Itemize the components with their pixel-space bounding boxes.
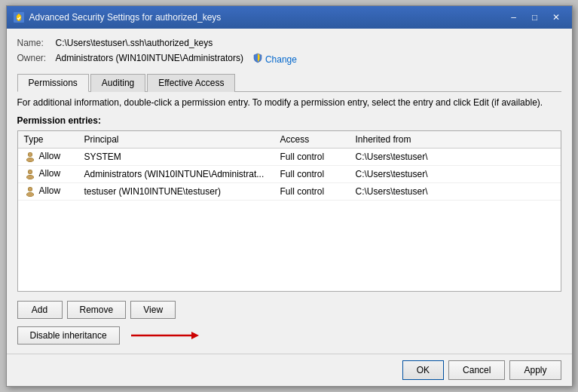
svg-marker-14 <box>191 332 199 339</box>
owner-label: Owner: <box>17 53 51 66</box>
cell-type: Allow <box>18 165 78 182</box>
col-header-access: Access <box>274 131 350 149</box>
tab-bar: Permissions Auditing Effective Access <box>17 73 561 92</box>
cell-access: Full control <box>274 165 350 182</box>
disable-inheritance-button[interactable]: Disable inheritance <box>17 326 120 345</box>
owner-row: Owner: Administrators (WIN10INTUNE\Admin… <box>17 53 561 66</box>
svg-point-7 <box>28 170 32 173</box>
col-header-principal: Principal <box>78 131 274 149</box>
dialog-footer: OK Cancel Apply <box>7 354 572 386</box>
maximize-button[interactable]: □ <box>525 10 545 25</box>
cell-inherited: C:\Users\testuser\ <box>350 165 561 182</box>
apply-button[interactable]: Apply <box>509 360 561 380</box>
table-row[interactable]: AllowSYSTEMFull controlC:\Users\testuser… <box>18 148 561 165</box>
tab-effective-access[interactable]: Effective Access <box>147 74 235 92</box>
cell-principal: SYSTEM <box>78 148 274 165</box>
svg-point-11 <box>28 187 32 191</box>
tab-permissions[interactable]: Permissions <box>17 74 89 92</box>
svg-point-12 <box>26 192 33 196</box>
name-row: Name: C:\Users\testuser\.ssh\authorized_… <box>17 38 561 48</box>
table-row[interactable]: AllowAdministrators (WIN10INTUNE\Adminis… <box>18 165 561 182</box>
cell-principal: Administrators (WIN10INTUNE\Administrat.… <box>78 165 274 182</box>
cell-type: Allow <box>18 148 78 165</box>
svg-point-4 <box>26 158 33 161</box>
name-label: Name: <box>17 38 51 48</box>
ok-button[interactable]: OK <box>402 360 444 380</box>
permissions-table-container: Type Principal Access Inherited from All… <box>17 130 561 292</box>
window-icon <box>13 11 25 23</box>
owner-value: Administrators (WIN10INTUNE\Administrato… <box>56 53 243 66</box>
table-header-row: Type Principal Access Inherited from <box>18 131 561 149</box>
cell-principal: testuser (WIN10INTUNE\testuser) <box>78 182 274 200</box>
arrow-indicator <box>127 328 203 343</box>
cell-access: Full control <box>274 148 350 165</box>
cell-type: Allow <box>18 182 78 200</box>
col-header-type: Type <box>18 131 78 149</box>
name-value: C:\Users\testuser\.ssh\authorized_keys <box>56 38 213 48</box>
shield-icon <box>252 53 263 66</box>
action-buttons: Add Remove View <box>17 301 561 319</box>
content-area: Name: C:\Users\testuser\.ssh\authorized_… <box>7 29 572 354</box>
change-owner-link[interactable]: Change <box>265 54 297 65</box>
svg-point-8 <box>26 175 33 179</box>
cell-inherited: C:\Users\testuser\ <box>350 148 561 165</box>
permissions-table: Type Principal Access Inherited from All… <box>18 131 561 201</box>
inheritance-row: Disable inheritance <box>17 326 561 345</box>
title-bar: Advanced Security Settings for authorize… <box>7 6 572 29</box>
window-controls: – □ ✕ <box>504 10 566 25</box>
description-text: For additional information, double-click… <box>17 96 561 109</box>
close-button[interactable]: ✕ <box>546 10 566 25</box>
cell-access: Full control <box>274 182 350 200</box>
add-button[interactable]: Add <box>17 301 63 319</box>
window-title: Advanced Security Settings for authorize… <box>29 12 504 23</box>
minimize-button[interactable]: – <box>504 10 524 25</box>
table-row[interactable]: Allowtestuser (WIN10INTUNE\testuser)Full… <box>18 182 561 200</box>
view-button[interactable]: View <box>130 301 176 319</box>
svg-point-3 <box>28 152 32 156</box>
main-window: Advanced Security Settings for authorize… <box>6 5 573 387</box>
permission-entries-label: Permission entries: <box>17 115 561 126</box>
col-header-inherited: Inherited from <box>350 131 561 149</box>
remove-button[interactable]: Remove <box>67 301 127 319</box>
tab-auditing[interactable]: Auditing <box>90 74 145 92</box>
cell-inherited: C:\Users\testuser\ <box>350 182 561 200</box>
cancel-button[interactable]: Cancel <box>448 360 505 380</box>
